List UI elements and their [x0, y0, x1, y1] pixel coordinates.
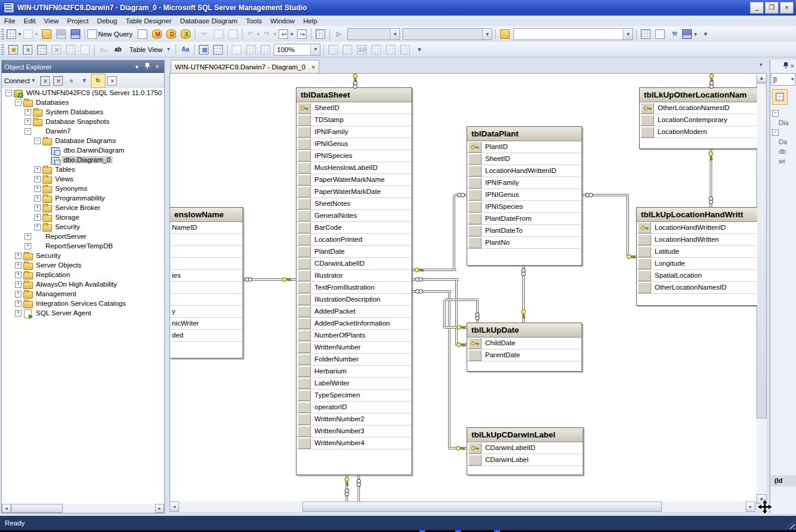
- table-column-row[interactable]: [170, 294, 243, 306]
- menu-file[interactable]: File: [0, 17, 20, 25]
- tree-item-management[interactable]: +Management: [2, 289, 164, 299]
- new-item-button[interactable]: ▼: [7, 28, 22, 41]
- diagram-hscrollbar[interactable]: ◂ ▸: [170, 501, 755, 512]
- expand-icon[interactable]: +: [34, 166, 41, 173]
- tree-item-security[interactable]: +Security: [2, 251, 164, 260]
- table-column-row[interactable]: CDarwinLabelID: [296, 258, 411, 270]
- open-file-button[interactable]: [40, 28, 53, 41]
- table-view-dropdown[interactable]: Table View▼: [126, 43, 173, 56]
- table-column-row[interactable]: Longitude: [637, 258, 757, 270]
- expand-icon[interactable]: +: [15, 253, 22, 259]
- table-column-row[interactable]: TextFromIllustration: [296, 282, 411, 294]
- table-column-row[interactable]: LabelWriter: [296, 378, 411, 390]
- table-column-row[interactable]: WrittenNumber4: [296, 437, 411, 449]
- table-column-row[interactable]: PlantDateFrom: [467, 213, 582, 225]
- chevron-down-icon[interactable]: ▼: [390, 29, 399, 39]
- table-column-row[interactable]: GeneralNotes: [296, 210, 411, 222]
- collapse-section-icon[interactable]: −: [772, 129, 779, 136]
- table-column-row[interactable]: ies: [170, 270, 243, 282]
- table-column-row[interactable]: PlantID: [467, 141, 582, 153]
- menu-edit[interactable]: Edit: [20, 17, 40, 25]
- annotation-highlight-button[interactable]: Aa: [178, 43, 192, 56]
- table-column-row[interactable]: TypeSpecimen: [296, 390, 411, 402]
- menu-debug[interactable]: Debug: [93, 17, 122, 25]
- refresh-button[interactable]: ↻: [91, 74, 105, 88]
- table-column-row[interactable]: WrittenNumber: [296, 342, 411, 354]
- table-column-row[interactable]: [170, 282, 243, 294]
- tree-item-win-utnfn042fc9-sql-server-11-[interactable]: −WIN-UTNFN042FC9 (SQL Server 11.0.1750 -…: [2, 88, 164, 98]
- tree-item-views[interactable]: +Views: [2, 174, 164, 184]
- rel-datasheet-dataplant[interactable]: [453, 195, 455, 271]
- table-title[interactable]: tblDataPlant: [467, 127, 582, 141]
- diagram-table-tbllkupcdarwinlabel[interactable]: tblLkUpCDarwinLabelCDarwinLabelIDCDarwin…: [467, 427, 583, 475]
- rel-lkupdate-self[interactable]: [443, 300, 446, 329]
- execute-button[interactable]: ▷: [332, 28, 346, 41]
- table-column-row[interactable]: MusHenslowLabelID: [296, 162, 411, 174]
- new-query-button[interactable]: New Query: [87, 28, 135, 41]
- expand-icon[interactable]: +: [25, 109, 31, 115]
- chevron-down-icon[interactable]: ▼: [623, 29, 632, 39]
- tree-item-synonyms[interactable]: +Synonyms: [2, 184, 164, 193]
- tree-item-database-snapshots[interactable]: +Database Snapshots: [2, 117, 164, 126]
- table-column-row[interactable]: IPNIFamily: [296, 126, 411, 138]
- window-properties-button[interactable]: [653, 28, 667, 41]
- table-title[interactable]: tblLkUpCDarwinLabel: [467, 428, 583, 442]
- name-label-button[interactable]: ab: [111, 43, 125, 56]
- tree-item-tables[interactable]: +Tables: [2, 165, 164, 174]
- table-title[interactable]: tblLkUpDate: [467, 323, 582, 338]
- chevron-down-icon[interactable]: ▼: [310, 44, 320, 55]
- table-column-row[interactable]: IPNIFamily: [467, 177, 582, 189]
- menu-help[interactable]: Help: [299, 17, 322, 25]
- table-column-row[interactable]: [170, 234, 243, 246]
- table-title[interactable]: tblDataSheet: [296, 88, 411, 102]
- menu-tools[interactable]: Tools: [241, 17, 266, 25]
- diagram-canvas[interactable]: enslowNameNameIDiesynicWriterdedtblDataS…: [170, 73, 757, 502]
- database-engine-query-button[interactable]: [136, 28, 149, 41]
- arrange-selection-button[interactable]: ⊞: [197, 43, 210, 56]
- table-column-row[interactable]: IllustrationDescription: [296, 294, 411, 306]
- tree-item-integration-services-catalogs[interactable]: +Integration Services Catalogs: [2, 299, 164, 308]
- expand-icon[interactable]: +: [15, 272, 22, 278]
- table-column-row[interactable]: [170, 258, 243, 270]
- tree-item-database-diagrams[interactable]: −Database Diagrams: [2, 136, 164, 145]
- table-title[interactable]: tblLkUpLocationHandWritt: [637, 208, 757, 222]
- expand-icon[interactable]: +: [25, 243, 31, 250]
- collapse-icon[interactable]: −: [25, 128, 31, 135]
- tree-item-dbo-darwindiagram[interactable]: dbo.DarwinDiagram: [2, 145, 164, 155]
- table-column-row[interactable]: SheetID: [296, 102, 411, 114]
- table-column-row[interactable]: LocationHandWrittenID: [467, 165, 582, 177]
- table-column-row[interactable]: PlantDateTo: [467, 225, 582, 237]
- tree-item-replication[interactable]: +Replication: [2, 270, 164, 279]
- table-column-row[interactable]: CDarwinLabel: [467, 454, 583, 466]
- filter-button[interactable]: ▼: [78, 74, 91, 87]
- maximize-button[interactable]: ❐: [765, 2, 779, 14]
- table-column-row[interactable]: Latitude: [637, 246, 757, 258]
- properties-object-combobox[interactable]: [I ▼: [771, 73, 795, 86]
- diagram-table-tbldatasheet[interactable]: tblDataSheetSheetIDTDStampIPNIFamilyIPNI…: [296, 87, 412, 475]
- diagram-table-tbllkuplocationhandwritt[interactable]: tblLkUpLocationHandWrittLocationHandWrit…: [636, 207, 757, 306]
- tab-list-dropdown-icon[interactable]: ▼: [756, 62, 765, 71]
- table-column-row[interactable]: FolderNumber: [296, 354, 411, 366]
- table-title[interactable]: tblLkUpOtherLocationNam: [640, 88, 757, 102]
- table-column-row[interactable]: LocationContemporary: [640, 114, 757, 126]
- diagram-table-enslowname[interactable]: enslowNameNameIDiesynicWriterded: [170, 207, 243, 358]
- rel-datasheet-cdarwinlabel[interactable]: [448, 291, 450, 449]
- collapse-icon[interactable]: −: [5, 90, 12, 96]
- analysis-mdx-query-button[interactable]: M: [150, 28, 164, 41]
- close-panel-icon[interactable]: ×: [153, 63, 162, 70]
- table-column-row[interactable]: nicWriter: [170, 318, 243, 330]
- table-column-row[interactable]: WrittenNumber3: [296, 425, 411, 437]
- table-column-row[interactable]: AddedPacket: [296, 306, 411, 318]
- minimize-button[interactable]: _: [750, 2, 764, 14]
- add-related-tables-button[interactable]: [35, 43, 49, 56]
- expand-icon[interactable]: +: [34, 205, 41, 211]
- table-column-row[interactable]: IPNISpecies: [467, 201, 582, 213]
- rel-datasheet-lkupdate[interactable]: [455, 279, 458, 346]
- table-column-row[interactable]: IPNIGenus: [296, 138, 411, 150]
- auto-hide-pin-icon[interactable]: [143, 63, 152, 71]
- tree-item-storage[interactable]: +Storage: [2, 212, 164, 222]
- collapse-icon[interactable]: −: [15, 99, 22, 106]
- table-column-row[interactable]: LocationModern: [640, 126, 757, 138]
- ide-navigator-button[interactable]: ▼: [682, 28, 698, 41]
- toolbar-combobox[interactable]: ▼: [513, 28, 633, 40]
